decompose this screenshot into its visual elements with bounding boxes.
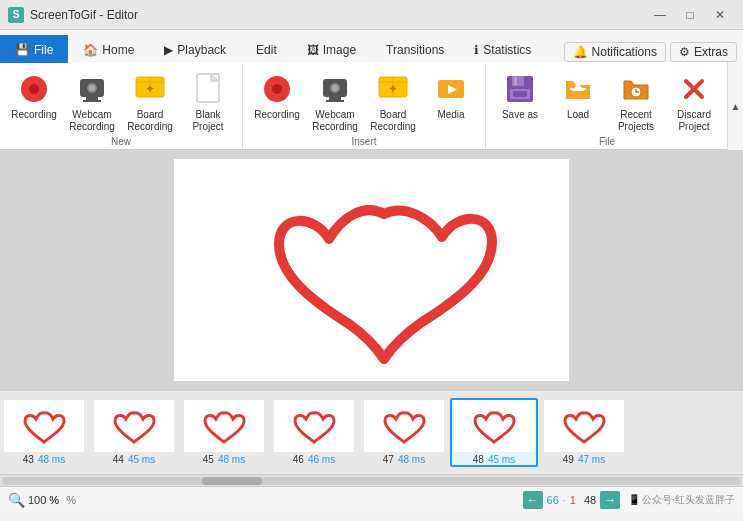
zoom-unit: % [49,494,59,506]
filmstrip: 43 48 ms 44 45 ms 45 48 ms [0,390,743,474]
film-frame-49[interactable]: 49 47 ms [540,400,628,465]
insert-board-button[interactable]: ✦ BoardRecording [365,68,421,136]
recent-projects-button[interactable]: RecentProjects [608,68,664,136]
film-thumb-46 [274,400,354,452]
film-ms-46: 46 ms [308,454,335,465]
file-tab-icon: 💾 [15,43,30,57]
svg-point-1 [29,84,39,94]
film-num-44: 44 [113,454,124,465]
svg-rect-18 [329,97,341,100]
discard-project-button[interactable]: DiscardProject [666,68,722,136]
film-frame-45[interactable]: 45 48 ms [180,400,268,465]
tab-edit[interactable]: Edit [241,35,292,63]
insert-recording-icon [259,71,295,107]
tab-playback[interactable]: ▶ Playback [149,35,241,63]
media-icon [433,71,469,107]
film-ms-43: 48 ms [38,454,65,465]
webcam-icon [74,71,110,107]
film-heart-45 [194,404,254,448]
film-num-43: 43 [23,454,34,465]
film-info-43: 43 48 ms [23,454,65,465]
next-frame-button[interactable]: → [600,491,620,509]
film-info-48: 48 45 ms [473,454,515,465]
app-title: ScreenToGif - Editor [30,8,138,22]
frame-sep: · [563,494,566,506]
film-ms-44: 45 ms [128,454,155,465]
blank-project-button[interactable]: BlankProject [180,68,236,136]
title-bar: S ScreenToGif - Editor — □ ✕ [0,0,743,30]
notifications-tab-label: Notifications [592,45,657,59]
ribbon-section-insert: Recording WebcamRecording [243,66,486,149]
minimize-button[interactable]: — [645,5,675,25]
film-frame-44[interactable]: 44 45 ms [90,400,178,465]
film-num-47: 47 [383,454,394,465]
frame-num: 1 [570,494,576,506]
tab-statistics[interactable]: ℹ Statistics [459,35,546,63]
tab-image[interactable]: 🖼 Image [292,35,371,63]
ribbon-section-new: Recording WebcamRecording [0,66,243,149]
insert-webcam-icon [317,71,353,107]
extras-tab[interactable]: ⚙ Extras [670,42,737,62]
insert-board-label: BoardRecording [370,109,416,133]
prev-frame-button[interactable]: ← [523,491,543,509]
film-frame-47[interactable]: 47 48 ms [360,400,448,465]
board-icon: ✦ [132,71,168,107]
extras-tab-label: Extras [694,45,728,59]
image-tab-icon: 🖼 [307,43,319,57]
svg-point-4 [89,85,95,91]
main-canvas-area [0,150,743,390]
media-button[interactable]: Media [423,68,479,124]
transitions-tab-label: Transitions [386,43,444,57]
film-frame-46[interactable]: 46 46 ms [270,400,358,465]
film-ms-47: 48 ms [398,454,425,465]
film-num-49: 49 [563,454,574,465]
saveas-icon [502,71,538,107]
home-tab-icon: 🏠 [83,43,98,57]
discard-project-icon [676,71,712,107]
insert-webcam-label: WebcamRecording [312,109,358,133]
ribbon: Recording WebcamRecording [0,62,743,150]
film-info-47: 47 48 ms [383,454,425,465]
filmstrip-scrollbar[interactable] [0,474,743,486]
load-button[interactable]: Load [550,68,606,124]
load-icon [560,71,596,107]
zoom-value: 100 [28,494,46,506]
file-items: Save as Load [492,66,722,136]
insert-recording-button[interactable]: Recording [249,68,305,124]
ribbon-collapse-button[interactable]: ▲ [727,62,743,150]
film-heart-44 [104,404,164,448]
blank-project-label: BlankProject [192,109,223,133]
close-button[interactable]: ✕ [705,5,735,25]
tab-transitions[interactable]: Transitions [371,35,459,63]
saveas-button[interactable]: Save as [492,68,548,124]
tab-file[interactable]: 💾 File [0,35,68,63]
recent-projects-icon [618,71,654,107]
notifications-tab[interactable]: 🔔 Notifications [564,42,666,62]
tab-home[interactable]: 🏠 Home [68,35,149,63]
film-frame-48[interactable]: 48 45 ms [450,398,538,467]
film-ms-49: 47 ms [578,454,605,465]
film-num-46: 46 [293,454,304,465]
webcam-label: WebcamRecording [69,109,115,133]
playback-tab-label: Playback [177,43,226,57]
scrollbar-thumb[interactable] [202,477,262,485]
scrollbar-track [2,477,741,485]
board-button[interactable]: ✦ BoardRecording [122,68,178,136]
film-heart-49 [554,404,614,448]
film-info-44: 44 45 ms [113,454,155,465]
notifications-toggle-icon: 🔔 [573,45,588,59]
film-heart-47 [374,404,434,448]
webcam-button[interactable]: WebcamRecording [64,68,120,136]
statistics-icon: ℹ [474,43,479,57]
file-section-label: File [599,136,615,150]
film-frame-43[interactable]: 43 48 ms [0,400,88,465]
zoom-icon: 🔍 [8,492,25,508]
film-thumb-47 [364,400,444,452]
board-label: BoardRecording [127,109,173,133]
recording-button[interactable]: Recording [6,68,62,124]
zoom-controls: 🔍 100 % % [8,492,80,508]
insert-webcam-button[interactable]: WebcamRecording [307,68,363,136]
svg-rect-6 [83,100,101,102]
svg-point-17 [332,85,338,91]
maximize-button[interactable]: □ [675,5,705,25]
